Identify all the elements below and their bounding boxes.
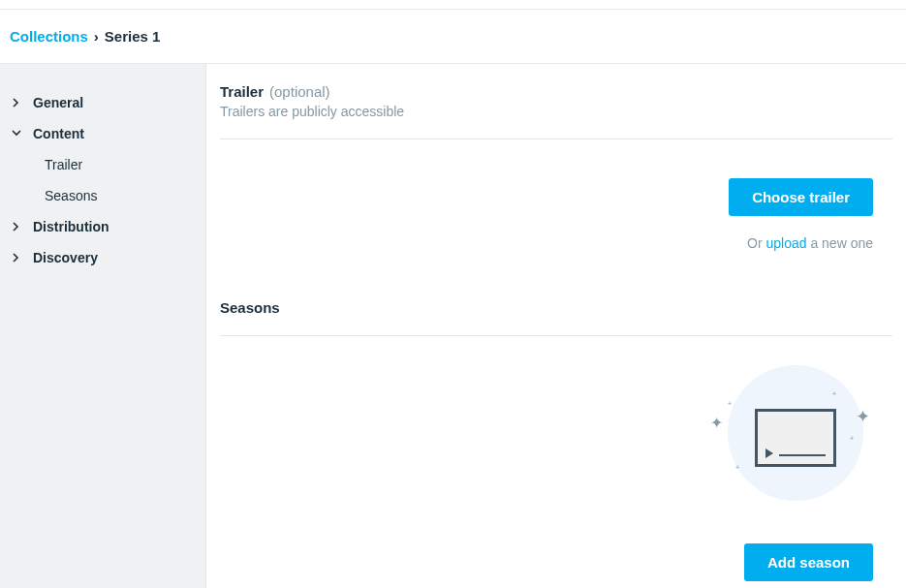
trailer-actions: Choose trailer Or upload a new one — [220, 178, 892, 251]
or-text: Or — [747, 235, 765, 251]
sparkle-icon: ✦ — [710, 414, 723, 432]
top-bar — [0, 0, 906, 10]
divider — [220, 335, 892, 336]
empty-illustration: ✦ + + ✦ + + — [718, 365, 873, 501]
breadcrumb: Collections › Series 1 — [0, 10, 906, 64]
sidebar-item-label: General — [33, 95, 83, 110]
chevron-right-icon — [10, 253, 23, 263]
sidebar-sub-trailer[interactable]: Trailer — [0, 149, 205, 180]
sparkle-icon: + — [832, 390, 836, 397]
sidebar-item-content[interactable]: Content — [0, 118, 205, 149]
sidebar-item-distribution[interactable]: Distribution — [0, 211, 205, 242]
main-content: Trailer (optional) Trailers are publicly… — [206, 64, 906, 588]
breadcrumb-collections-link[interactable]: Collections — [10, 28, 88, 45]
choose-trailer-button[interactable]: Choose trailer — [729, 178, 873, 216]
seasons-title: Seasons — [220, 299, 892, 316]
sparkle-icon: ✦ — [856, 406, 870, 427]
add-season-button[interactable]: Add season — [744, 543, 873, 581]
upload-link[interactable]: upload — [765, 235, 806, 251]
chevron-down-icon — [10, 130, 23, 138]
sidebar-item-discovery[interactable]: Discovery — [0, 242, 205, 273]
seasons-section: Seasons ✦ + + ✦ + + Add s — [220, 299, 892, 581]
trailer-title: Trailer — [220, 83, 264, 100]
sparkle-icon: + — [728, 400, 732, 407]
trailer-section-header: Trailer (optional) — [220, 83, 892, 100]
trailer-optional-label: (optional) — [269, 83, 330, 100]
sparkle-icon: + — [850, 435, 854, 442]
sidebar-item-general[interactable]: General — [0, 87, 205, 118]
sidebar-sub-seasons[interactable]: Seasons — [0, 180, 205, 211]
sparkle-icon: + — [735, 464, 739, 471]
add-season-area: Add season — [220, 543, 892, 581]
sidebar: General Content Trailer Seasons Distribu… — [0, 64, 206, 588]
breadcrumb-current: Series 1 — [105, 28, 161, 45]
trailer-description: Trailers are publicly accessible — [220, 104, 892, 119]
chevron-right-icon — [10, 98, 23, 108]
divider — [220, 139, 892, 139]
sidebar-item-label: Discovery — [33, 250, 98, 265]
seasons-empty-state: ✦ + + ✦ + + — [220, 365, 892, 501]
sidebar-item-label: Distribution — [33, 219, 109, 234]
upload-alt-text: Or upload a new one — [747, 235, 873, 251]
chevron-right-icon — [10, 222, 23, 232]
chevron-right-icon: › — [94, 28, 99, 45]
sidebar-item-label: Content — [33, 126, 84, 141]
play-icon — [765, 449, 773, 458]
new-one-text: a new one — [807, 235, 874, 251]
